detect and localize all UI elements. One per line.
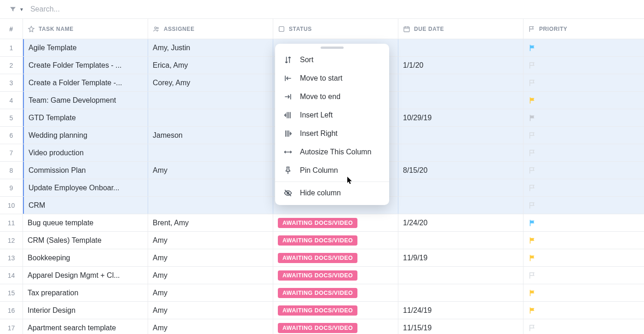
priority-cell[interactable] — [523, 214, 644, 231]
task-name-cell[interactable]: Interior Design — [23, 302, 148, 319]
priority-cell[interactable] — [523, 109, 644, 126]
drag-handle[interactable] — [321, 47, 344, 49]
menu-autosize-column[interactable]: Autosize This Column — [275, 143, 389, 161]
priority-cell[interactable] — [523, 267, 644, 284]
assignee-cell[interactable]: Brent, Amy — [148, 214, 273, 231]
filter-button[interactable]: ▼ — [9, 6, 24, 13]
assignee-cell[interactable]: Amy — [148, 267, 273, 284]
priority-cell[interactable] — [523, 319, 644, 334]
due-date-cell[interactable]: 11/15/19 — [398, 319, 523, 334]
priority-cell[interactable] — [523, 74, 644, 91]
status-cell[interactable]: AWAITING DOCS/VIDEO — [273, 232, 398, 249]
assignee-cell[interactable]: Jameson — [148, 127, 273, 144]
header-task-name[interactable]: TASK NAME — [23, 19, 148, 39]
due-date-cell[interactable]: 10/29/19 — [398, 109, 523, 126]
priority-cell[interactable] — [523, 92, 644, 109]
task-icon — [28, 25, 35, 33]
task-name-cell[interactable]: Create Folder Templates - ... — [23, 57, 148, 74]
due-date-cell[interactable] — [398, 179, 523, 196]
priority-cell[interactable] — [523, 57, 644, 74]
due-date-cell[interactable]: 11/24/19 — [398, 302, 523, 319]
table-row[interactable]: 14Apparel Design Mgmt + Cl...AmyAWAITING… — [0, 267, 644, 284]
assignee-cell[interactable] — [148, 92, 273, 109]
table-row[interactable]: 13BookkeepingAmyAWAITING DOCS/VIDEO11/9/… — [0, 249, 644, 267]
assignee-cell[interactable] — [148, 144, 273, 161]
due-date-cell[interactable]: 1/24/20 — [398, 214, 523, 231]
assignee-cell[interactable]: Amy, Justin — [148, 39, 273, 56]
task-name-cell[interactable]: Video production — [23, 144, 148, 161]
task-name-cell[interactable]: Tax preparation — [23, 284, 148, 301]
task-name-cell[interactable]: Apparel Design Mgmt + Cl... — [23, 267, 148, 284]
due-date-cell[interactable]: 8/15/20 — [398, 162, 523, 179]
header-status[interactable]: STATUS — [273, 19, 398, 39]
task-name-cell[interactable]: Create a Folder Template -... — [23, 74, 148, 91]
assignee-cell[interactable]: Amy — [148, 232, 273, 249]
menu-pin-column[interactable]: Pin Column — [275, 161, 389, 180]
header-priority[interactable]: PRIORITY — [523, 19, 644, 39]
assignee-cell[interactable]: Amy — [148, 319, 273, 334]
priority-cell[interactable] — [523, 179, 644, 196]
due-date-cell[interactable] — [398, 144, 523, 161]
priority-cell[interactable] — [523, 127, 644, 144]
task-name-cell[interactable]: Update Employee Onboar... — [23, 179, 148, 196]
assignee-cell[interactable] — [148, 109, 273, 126]
menu-insert-left[interactable]: Insert Left — [275, 106, 389, 124]
priority-cell[interactable] — [523, 162, 644, 179]
assignee-cell[interactable]: Amy — [148, 162, 273, 179]
task-name-cell[interactable]: Bookkeeping — [23, 249, 148, 266]
task-name-cell[interactable]: Agile Template — [23, 39, 148, 56]
priority-cell[interactable] — [523, 39, 644, 56]
assignee-cell[interactable]: Corey, Amy — [148, 74, 273, 91]
task-name-cell[interactable]: CRM — [23, 197, 148, 214]
priority-cell[interactable] — [523, 302, 644, 319]
priority-cell[interactable] — [523, 284, 644, 301]
status-cell[interactable]: AWAITING DOCS/VIDEO — [273, 284, 398, 301]
due-date-cell[interactable]: 1/1/20 — [398, 57, 523, 74]
task-name-cell[interactable]: GTD Template — [23, 109, 148, 126]
table-row[interactable]: 15Tax preparationAmyAWAITING DOCS/VIDEO — [0, 284, 644, 302]
table-row[interactable]: 17Apartment search templateAmyAWAITING D… — [0, 319, 644, 334]
menu-hide-column[interactable]: Hide column — [275, 184, 389, 202]
menu-move-to-end[interactable]: Move to end — [275, 88, 389, 106]
assignee-cell[interactable]: Amy — [148, 284, 273, 301]
assignee-cell[interactable]: Erica, Amy — [148, 57, 273, 74]
menu-sort[interactable]: Sort — [275, 51, 389, 69]
table-row[interactable]: 12CRM (Sales) TemplateAmyAWAITING DOCS/V… — [0, 232, 644, 249]
menu-move-to-start[interactable]: Move to start — [275, 69, 389, 88]
due-date-cell[interactable] — [398, 284, 523, 301]
header-assignee[interactable]: ASSIGNEE — [148, 19, 273, 39]
status-cell[interactable]: AWAITING DOCS/VIDEO — [273, 319, 398, 334]
table-row[interactable]: 11Bug queue templateBrent, AmyAWAITING D… — [0, 214, 644, 232]
priority-cell[interactable] — [523, 144, 644, 161]
status-cell[interactable]: AWAITING DOCS/VIDEO — [273, 249, 398, 266]
due-date-cell[interactable] — [398, 92, 523, 109]
due-date-cell[interactable] — [398, 197, 523, 214]
due-date-cell[interactable] — [398, 127, 523, 144]
priority-cell[interactable] — [523, 232, 644, 249]
task-name-cell[interactable]: Wedding planning — [23, 127, 148, 144]
header-num[interactable]: # — [0, 19, 23, 39]
priority-cell[interactable] — [523, 249, 644, 266]
task-name-cell[interactable]: Commission Plan — [23, 162, 148, 179]
task-name-cell[interactable]: Team: Game Development — [23, 92, 148, 109]
status-cell[interactable]: AWAITING DOCS/VIDEO — [273, 214, 398, 231]
status-cell[interactable]: AWAITING DOCS/VIDEO — [273, 302, 398, 319]
due-date-cell[interactable] — [398, 39, 523, 56]
assignee-cell[interactable] — [148, 179, 273, 196]
task-name-cell[interactable]: Bug queue template — [23, 214, 148, 231]
priority-cell[interactable] — [523, 197, 644, 214]
assignee-cell[interactable]: Amy — [148, 249, 273, 266]
table-row[interactable]: 16Interior DesignAmyAWAITING DOCS/VIDEO1… — [0, 302, 644, 319]
due-date-cell[interactable]: 11/9/19 — [398, 249, 523, 266]
due-date-cell[interactable] — [398, 74, 523, 91]
due-date-cell[interactable] — [398, 267, 523, 284]
header-due-date[interactable]: DUE DATE — [398, 19, 523, 39]
due-date-cell[interactable] — [398, 232, 523, 249]
search-input[interactable] — [30, 5, 168, 13]
assignee-cell[interactable] — [148, 197, 273, 214]
assignee-cell[interactable]: Amy — [148, 302, 273, 319]
task-name-cell[interactable]: Apartment search template — [23, 319, 148, 334]
status-cell[interactable]: AWAITING DOCS/VIDEO — [273, 267, 398, 284]
task-name-cell[interactable]: CRM (Sales) Template — [23, 232, 148, 249]
menu-insert-right[interactable]: Insert Right — [275, 124, 389, 143]
